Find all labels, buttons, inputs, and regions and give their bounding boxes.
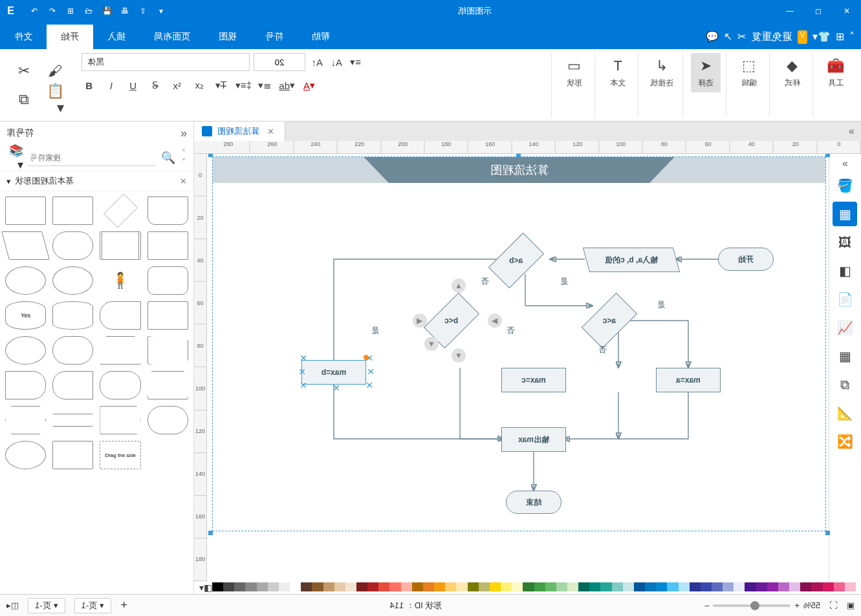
font-color-button[interactable]: A▾ [301, 78, 317, 93]
color-swatch[interactable] [434, 582, 445, 591]
shape-actor[interactable]: 🧍 [100, 266, 141, 295]
tab-home[interactable]: 开始 [47, 25, 93, 49]
color-swatch[interactable] [401, 582, 412, 591]
sel-handle[interactable]: ✕ [367, 370, 371, 374]
shape-drag[interactable]: Drag the side [100, 441, 141, 469]
shape-manual[interactable] [100, 336, 141, 365]
color-swatch[interactable] [600, 582, 611, 591]
color-swatch[interactable] [356, 582, 367, 591]
minimize-button[interactable]: — [776, 0, 804, 22]
collapse-ribbon-icon[interactable]: ˄ [849, 30, 855, 44]
qat-dropdown-icon[interactable]: ▾ [154, 4, 168, 18]
chart-tool-icon[interactable]: 📈 [833, 315, 858, 340]
node-end[interactable]: 结束 [506, 491, 561, 514]
color-swatch[interactable] [345, 582, 356, 591]
style-button[interactable]: ◆样式 [778, 53, 807, 92]
edit-button[interactable]: ⬚编辑 [734, 53, 764, 92]
color-swatch[interactable] [423, 582, 434, 591]
shape-lines[interactable] [52, 414, 93, 427]
decrease-font-icon[interactable]: A↓ [329, 54, 344, 70]
color-swatch[interactable] [767, 582, 778, 591]
connector-button[interactable]: ↳连接线 [646, 53, 677, 92]
paste-button[interactable]: 📋▾ [40, 87, 70, 112]
open-icon[interactable]: 🗁 [82, 4, 96, 18]
color-swatch[interactable] [334, 582, 345, 591]
shape-hex[interactable] [5, 406, 46, 434]
color-swatch[interactable] [701, 582, 712, 591]
shape-arrow[interactable] [100, 406, 141, 434]
color-swatch[interactable] [712, 582, 723, 591]
maximize-button[interactable]: ◻ [804, 0, 833, 22]
subscript-button[interactable]: x₂ [191, 78, 207, 93]
panel-collapse-icon[interactable]: « [180, 127, 187, 140]
tools-button[interactable]: 🧰工具 [821, 53, 851, 92]
italic-button[interactable]: I [104, 78, 119, 93]
text-dir-button[interactable]: ab▾ [279, 78, 295, 93]
shape-trap[interactable] [147, 371, 188, 399]
tab-pagelayout[interactable]: 页面布局 [140, 25, 204, 49]
tab-insert[interactable]: 插入 [93, 25, 140, 49]
color-swatch[interactable] [479, 582, 490, 591]
color-swatch[interactable] [279, 582, 290, 591]
shape-rect[interactable] [5, 196, 46, 225]
color-swatch[interactable] [212, 582, 223, 591]
sidebar-collapse-icon[interactable]: » [842, 158, 848, 169]
sel-handle[interactable]: ✕ [298, 370, 303, 374]
hint-right[interactable]: ▶ [413, 313, 427, 328]
image-tool-icon[interactable]: 🖼 [833, 230, 858, 255]
shape-connector[interactable] [5, 336, 46, 365]
color-swatch[interactable] [645, 582, 656, 591]
shape-circle[interactable] [52, 266, 93, 295]
color-swatch[interactable] [823, 582, 834, 591]
duplicate-label[interactable]: 避免重复 [751, 30, 792, 44]
color-menu-icon[interactable]: ◧▾ [199, 582, 212, 593]
doc-tabs-collapse-icon[interactable]: » [842, 125, 861, 137]
shape-card[interactable] [147, 301, 188, 330]
color-swatch[interactable] [800, 582, 811, 591]
next-icon[interactable]: ˅ [182, 158, 186, 167]
node-maxa[interactable]: max=a [656, 368, 721, 392]
bold-button[interactable]: B [82, 78, 97, 93]
fullscreen-icon[interactable]: ▣ [847, 600, 855, 610]
color-swatch[interactable] [245, 582, 256, 591]
hint-up[interactable]: ▲ [452, 279, 466, 293]
sel-handle[interactable]: ✕ [332, 386, 337, 390]
shape-terminator[interactable] [52, 231, 93, 260]
color-swatch[interactable] [290, 582, 301, 591]
rotation-handle[interactable] [364, 355, 369, 360]
search-input[interactable] [27, 149, 156, 166]
tabview-icon[interactable]: ◫▸ [6, 600, 19, 610]
color-swatch[interactable] [390, 582, 401, 591]
pointer-icon[interactable]: ↖ [724, 30, 732, 44]
color-swatch[interactable] [634, 582, 645, 591]
format-painter-button[interactable]: 🖌 [40, 58, 70, 84]
shape-button[interactable]: ▭形状 [560, 53, 589, 92]
font-name-input[interactable] [82, 53, 250, 71]
doc-tab-1[interactable]: 算法流程图 ✕ [194, 122, 285, 141]
page-tab-2[interactable]: 页-1 ▾ [74, 598, 112, 613]
color-swatch[interactable] [445, 582, 456, 591]
shape-drum[interactable] [52, 336, 93, 365]
cut-icon[interactable]: ✂ [737, 30, 746, 44]
shape-predef[interactable] [100, 231, 141, 260]
hint-add[interactable]: ▼ [424, 337, 439, 351]
shape-rect2[interactable] [52, 196, 93, 225]
color-swatch[interactable] [512, 582, 523, 591]
new-icon[interactable]: ⊞ [63, 4, 78, 18]
export-icon[interactable]: ⇪ [136, 4, 150, 18]
library-menu-icon[interactable]: 📚▾ [6, 149, 23, 166]
fit-page-icon[interactable]: ⛶ [829, 600, 838, 610]
color-swatch[interactable] [567, 582, 578, 591]
color-swatch[interactable] [690, 582, 701, 591]
chat-icon[interactable]: 💬 [706, 30, 719, 44]
hint-down[interactable]: ▼ [452, 348, 466, 363]
color-swatch[interactable] [223, 582, 234, 591]
layout-tool-icon[interactable]: ⧉ [833, 372, 858, 397]
copy-button[interactable]: ⧉ [9, 87, 39, 112]
shape-ellipse[interactable] [5, 266, 46, 295]
shape-tape[interactable] [147, 336, 188, 365]
color-swatch[interactable] [589, 582, 600, 591]
shape-wave[interactable] [5, 371, 46, 399]
shape-cylinder[interactable] [52, 301, 93, 330]
add-page-button[interactable]: + [120, 599, 127, 612]
